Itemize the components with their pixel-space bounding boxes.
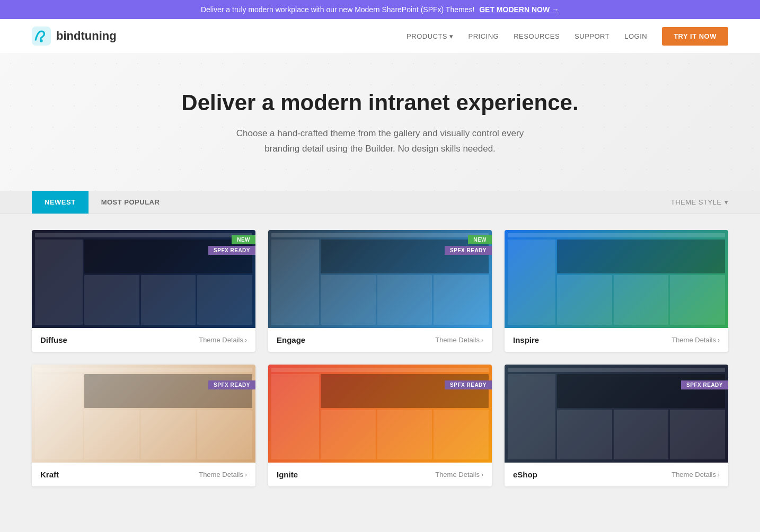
theme-details-link[interactable]: Theme Details › bbox=[671, 471, 720, 478]
theme-card: SPFX READYKraftTheme Details › bbox=[32, 365, 255, 486]
nav-login[interactable]: LOGIN bbox=[624, 32, 647, 40]
theme-card-footer: DiffuseTheme Details › bbox=[32, 328, 255, 352]
theme-gallery: NEWSPFX READYDiffuseTheme Details › NEWS… bbox=[0, 214, 760, 508]
theme-card-footer: KraftTheme Details › bbox=[32, 463, 255, 486]
chevron-down-icon: ▾ bbox=[449, 32, 454, 40]
hero-title: Deliver a modern intranet experience. bbox=[21, 90, 739, 116]
theme-details-link[interactable]: Theme Details › bbox=[435, 471, 483, 478]
theme-thumbnail[interactable]: SPFX READY bbox=[268, 365, 492, 463]
theme-thumbnail[interactable] bbox=[505, 230, 728, 328]
hero-section: Deliver a modern intranet experience. Ch… bbox=[0, 53, 760, 191]
theme-name: Diffuse bbox=[40, 335, 67, 344]
theme-card: NEWSPFX READYDiffuseTheme Details › bbox=[32, 230, 255, 352]
theme-name: Ignite bbox=[277, 470, 298, 479]
tabs-bar: NEWEST MOST POPULAR THEME STYLE ▾ bbox=[0, 191, 760, 214]
theme-card: SPFX READYIgniteTheme Details › bbox=[268, 365, 492, 486]
theme-details-link[interactable]: Theme Details › bbox=[671, 336, 720, 344]
try-it-now-button[interactable]: TRY IT NOW bbox=[662, 27, 728, 46]
tab-most-popular[interactable]: MOST POPULAR bbox=[89, 191, 173, 214]
tab-newest[interactable]: NEWEST bbox=[32, 191, 89, 214]
theme-style-dropdown[interactable]: THEME STYLE ▾ bbox=[671, 198, 728, 206]
badge-spfx-ready: SPFX READY bbox=[445, 380, 492, 389]
theme-name: Engage bbox=[277, 335, 305, 344]
theme-card-footer: InspireTheme Details › bbox=[505, 328, 728, 352]
logo-text: bindtuning bbox=[56, 29, 117, 43]
theme-name: Inspire bbox=[513, 335, 539, 344]
badge-spfx-ready: SPFX READY bbox=[445, 246, 492, 255]
theme-name: Kraft bbox=[40, 470, 59, 479]
badge-new: NEW bbox=[468, 235, 492, 244]
theme-card-footer: IgniteTheme Details › bbox=[268, 463, 492, 486]
theme-thumbnail[interactable]: SPFX READY bbox=[32, 365, 255, 463]
top-banner: Deliver a truly modern workplace with ou… bbox=[0, 0, 760, 19]
theme-card: SPFX READYeShopTheme Details › bbox=[505, 365, 728, 486]
gallery-grid: NEWSPFX READYDiffuseTheme Details › NEWS… bbox=[32, 230, 728, 486]
badge-spfx-ready: SPFX READY bbox=[208, 246, 255, 255]
svg-rect-0 bbox=[32, 26, 51, 46]
banner-text: Deliver a truly modern workplace with ou… bbox=[201, 5, 474, 14]
theme-details-link[interactable]: Theme Details › bbox=[199, 471, 247, 478]
theme-thumbnail[interactable]: NEWSPFX READY bbox=[32, 230, 255, 328]
bindtuning-logo-icon bbox=[32, 26, 51, 46]
theme-thumbnail[interactable]: SPFX READY bbox=[505, 365, 728, 463]
theme-card: InspireTheme Details › bbox=[505, 230, 728, 352]
badge-spfx-ready: SPFX READY bbox=[681, 380, 728, 389]
theme-card: NEWSPFX READYEngageTheme Details › bbox=[268, 230, 492, 352]
theme-details-link[interactable]: Theme Details › bbox=[435, 336, 483, 344]
nav-pricing[interactable]: PRICING bbox=[469, 32, 499, 40]
main-nav: PRODUCTS ▾ PRICING RESOURCES SUPPORT LOG… bbox=[406, 27, 728, 46]
nav-products[interactable]: PRODUCTS ▾ bbox=[406, 32, 453, 40]
nav-resources[interactable]: RESOURCES bbox=[514, 32, 560, 40]
theme-card-footer: eShopTheme Details › bbox=[505, 463, 728, 486]
hero-subtitle: Choose a hand-crafted theme from the gal… bbox=[221, 126, 539, 157]
logo-area: bindtuning bbox=[32, 26, 117, 46]
tabs-left: NEWEST MOST POPULAR bbox=[32, 191, 172, 214]
svg-point-1 bbox=[40, 39, 42, 42]
badge-new: NEW bbox=[232, 235, 255, 244]
header: bindtuning PRODUCTS ▾ PRICING RESOURCES … bbox=[0, 19, 760, 53]
theme-card-footer: EngageTheme Details › bbox=[268, 328, 492, 352]
badge-spfx-ready: SPFX READY bbox=[208, 380, 255, 389]
theme-name: eShop bbox=[513, 470, 537, 479]
banner-cta[interactable]: GET MODERN NOW → bbox=[479, 5, 559, 14]
theme-details-link[interactable]: Theme Details › bbox=[199, 336, 247, 344]
nav-support[interactable]: SUPPORT bbox=[575, 32, 609, 40]
theme-thumbnail[interactable]: NEWSPFX READY bbox=[268, 230, 492, 328]
chevron-down-icon: ▾ bbox=[724, 198, 729, 206]
